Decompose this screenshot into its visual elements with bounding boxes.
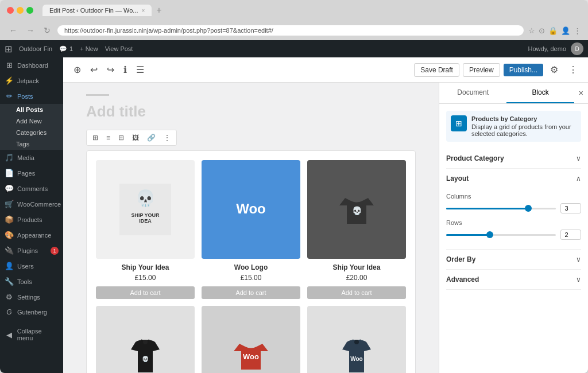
advanced-header[interactable]: Advanced ∨ xyxy=(446,270,581,289)
svg-text:💀: 💀 xyxy=(142,355,149,363)
block-inserter-btn[interactable]: ⊕ xyxy=(70,61,84,79)
tab-block[interactable]: Block xyxy=(506,83,574,103)
view-post-btn[interactable]: View Post xyxy=(105,45,133,52)
columns-value-input[interactable] xyxy=(560,203,581,213)
refresh-btn[interactable]: ↻ xyxy=(41,25,53,36)
url-input[interactable] xyxy=(57,25,524,36)
avatar[interactable]: D xyxy=(571,42,583,55)
svg-text:💀: 💀 xyxy=(136,189,156,208)
pages-icon: 📄 xyxy=(5,169,14,177)
sidebar-item-tags[interactable]: Tags xyxy=(0,138,63,150)
main-content: ⊕ ↩ ↪ ℹ ☰ Save Draft Preview Publish... … xyxy=(63,57,588,373)
sidebar-item-comments[interactable]: 💬 Comments xyxy=(0,181,63,196)
new-tab-btn[interactable]: + xyxy=(154,5,164,15)
order-by-header[interactable]: Order By ∨ xyxy=(446,250,581,269)
sidebar-item-tools[interactable]: 🔧 Tools xyxy=(0,274,63,289)
sidebar-collapse-btn[interactable]: ◀ Collapse menu xyxy=(0,324,63,345)
sidebar-item-posts[interactable]: ✏ Posts xyxy=(0,88,63,104)
sidebar-item-add-new[interactable]: Add New xyxy=(0,115,63,127)
layout-header[interactable]: Layout ∧ xyxy=(446,169,581,188)
users-icon: 👤 xyxy=(5,262,14,270)
product-category-section: Product Category ∨ xyxy=(446,149,581,169)
order-by-chevron: ∨ xyxy=(576,255,581,263)
columns-slider[interactable] xyxy=(446,208,556,209)
collapse-icon: ◀ xyxy=(5,331,14,339)
settings-toggle-btn[interactable]: ⚙ xyxy=(547,61,562,79)
sidebar-item-settings[interactable]: ⚙ Settings xyxy=(0,289,63,305)
hoodie-black-svg: 💀 xyxy=(119,329,171,373)
howdy-text: Howdy, demo xyxy=(528,45,566,52)
sidebar-item-users[interactable]: 👤 Users xyxy=(0,258,63,274)
save-draft-btn[interactable]: Save Draft xyxy=(414,63,459,77)
grid-view-btn[interactable]: ⊞ xyxy=(89,131,102,144)
tab-title: Edit Post ‹ Outdoor Fin — Wo... xyxy=(49,7,138,14)
product-category-title: Product Category xyxy=(446,154,504,162)
add-to-cart-btn[interactable]: Add to cart xyxy=(307,286,406,299)
columns-slider-fill xyxy=(446,208,528,209)
tab-close-btn[interactable]: × xyxy=(141,7,145,14)
skull-tshirt-svg: 💀 xyxy=(331,184,382,235)
more-block-btn[interactable]: ⋮ xyxy=(160,131,174,144)
info-btn[interactable]: ℹ xyxy=(120,61,130,79)
sidebar-item-media[interactable]: 🎵 Media xyxy=(0,150,63,165)
woo-hoodie-navy-svg: Woo xyxy=(331,329,382,373)
product-card: 💀 Ship Your Idea £30.00 – £35.00 xyxy=(96,306,195,373)
more-options-btn[interactable]: ⋮ xyxy=(565,61,581,79)
sidebar-item-products[interactable]: 📦 Products xyxy=(0,212,63,227)
sidebar-item-categories[interactable]: Categories xyxy=(0,127,63,138)
order-by-section: Order By ∨ xyxy=(446,250,581,270)
add-to-cart-btn[interactable]: Add to cart xyxy=(202,286,300,299)
block-editor[interactable]: Add title ⊞ ≡ ⊟ 🖼 🔗 ⋮ xyxy=(63,83,439,373)
more-icon[interactable]: ⋮ xyxy=(574,26,581,35)
columns-slider-row xyxy=(446,203,581,213)
comments-btn[interactable]: 💬 1 xyxy=(59,45,73,53)
tab-document[interactable]: Document xyxy=(439,83,506,103)
list-view-btn[interactable]: ☰ xyxy=(133,61,148,79)
back-btn[interactable]: ← xyxy=(7,25,20,36)
rows-value-input[interactable] xyxy=(560,230,581,240)
maximize-dot[interactable] xyxy=(26,7,33,14)
columns-slider-thumb[interactable] xyxy=(525,205,532,212)
svg-point-9 xyxy=(143,340,148,344)
post-title[interactable]: Add title xyxy=(86,103,416,121)
rows-slider[interactable] xyxy=(446,234,556,236)
table-view-btn[interactable]: ⊟ xyxy=(115,131,127,144)
sidebar-item-all-posts[interactable]: All Posts xyxy=(0,104,63,115)
sidebar-item-plugins[interactable]: 🔌 Plugins 1 xyxy=(0,243,63,258)
rows-slider-thumb[interactable] xyxy=(486,231,493,238)
panel-close-btn[interactable]: × xyxy=(574,83,588,103)
link-btn[interactable]: 🔗 xyxy=(144,131,159,144)
active-tab[interactable]: Edit Post ‹ Outdoor Fin — Wo... × xyxy=(42,5,152,16)
redo-btn[interactable]: ↪ xyxy=(103,61,118,79)
sidebar-item-jetpack[interactable]: ⚡ Jetpack xyxy=(0,73,63,88)
right-panel: Document Block × ⊞ xyxy=(439,83,588,373)
new-btn[interactable]: + New xyxy=(80,45,98,52)
star-icon[interactable]: ☆ xyxy=(528,26,535,35)
reader-icon[interactable]: ⊙ xyxy=(539,26,545,35)
sidebar: ⊞ Dashboard ⚡ Jetpack ✏ Posts All Posts … xyxy=(0,57,63,373)
sidebar-item-pages[interactable]: 📄 Pages xyxy=(0,165,63,181)
add-to-cart-btn[interactable]: Add to cart xyxy=(96,286,195,299)
list-view-btn-block[interactable]: ≡ xyxy=(103,131,114,144)
woo-tshirt-red-svg: Woo xyxy=(225,329,277,373)
product-category-header[interactable]: Product Category ∨ xyxy=(446,149,581,168)
wp-logo-icon[interactable]: ⊞ xyxy=(5,44,12,55)
wp-layout: ⊞ Dashboard ⚡ Jetpack ✏ Posts All Posts … xyxy=(0,57,588,373)
profile-icon[interactable]: 👤 xyxy=(561,26,570,35)
forward-btn[interactable]: → xyxy=(24,25,37,36)
sidebar-item-woocommerce[interactable]: 🛒 WooCommerce xyxy=(0,196,63,212)
publish-btn[interactable]: Publish... xyxy=(504,64,543,76)
product-card: 💀 SHIP YOUR IDEA Ship Your Idea £15.00 A… xyxy=(96,160,195,299)
sidebar-item-dashboard[interactable]: ⊞ Dashboard xyxy=(0,57,63,73)
site-name[interactable]: Outdoor Fin xyxy=(19,45,52,52)
undo-btn[interactable]: ↩ xyxy=(87,61,101,79)
product-category-chevron: ∨ xyxy=(576,154,581,162)
product-name: Ship Your Idea xyxy=(307,263,406,271)
sidebar-item-gutenberg[interactable]: G Gutenberg xyxy=(0,305,63,320)
minimize-dot[interactable] xyxy=(17,7,24,14)
close-dot[interactable] xyxy=(7,7,14,14)
sidebar-item-appearance[interactable]: 🎨 Appearance xyxy=(0,227,63,243)
browser-window: Edit Post ‹ Outdoor Fin — Wo... × + ← → … xyxy=(0,0,588,373)
image-btn[interactable]: 🖼 xyxy=(129,131,142,144)
preview-btn[interactable]: Preview xyxy=(463,63,500,77)
